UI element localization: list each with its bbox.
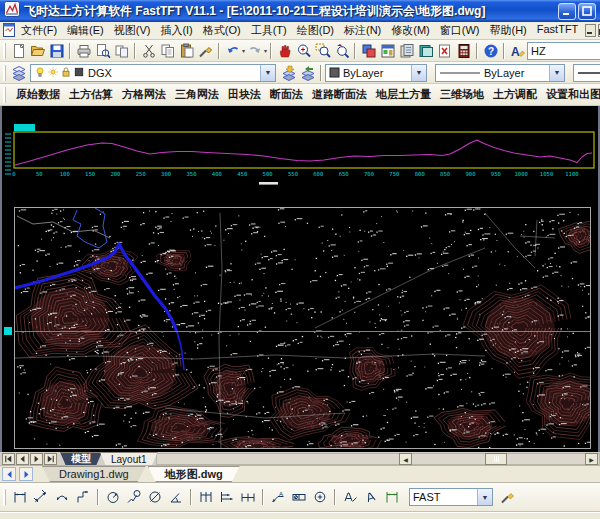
dimension-update-button[interactable] xyxy=(382,487,402,507)
menu-item-7[interactable]: 绘图(D) xyxy=(292,22,339,39)
angular-dimension-button[interactable] xyxy=(166,487,186,507)
plot-preview-button[interactable] xyxy=(93,41,112,60)
design-center-button[interactable] xyxy=(378,41,397,60)
horizontal-scrollbar-track[interactable] xyxy=(156,453,600,465)
doc-tab-dixingtu[interactable]: 地形图.dwg xyxy=(148,466,240,482)
sun-icon[interactable] xyxy=(47,66,59,80)
match-properties-button[interactable] xyxy=(196,41,215,60)
menu-item-2[interactable]: 编辑(E) xyxy=(62,22,109,39)
previous-tab-button[interactable] xyxy=(16,453,29,465)
menu-item-8[interactable]: 标注(N) xyxy=(339,22,386,39)
doc-tab-drawing1[interactable]: Drawing1.dwg xyxy=(42,466,146,482)
profile-section-view[interactable]: 0501001502002503003504004505005506006507… xyxy=(2,106,600,202)
topographic-map-canvas[interactable] xyxy=(15,208,590,448)
doc-tab-left-button[interactable] xyxy=(2,467,16,481)
aligned-dimension-button[interactable] xyxy=(31,487,51,507)
text-style-button[interactable]: A xyxy=(508,41,527,60)
bulb-icon[interactable] xyxy=(34,66,46,80)
baseline-dimension-button[interactable] xyxy=(217,487,237,507)
redo-caret-button[interactable]: ▾ xyxy=(264,41,267,60)
lock-icon[interactable] xyxy=(60,66,72,80)
fasttft-menu-1[interactable]: 原始数据 xyxy=(14,85,62,104)
properties-button[interactable] xyxy=(359,41,378,60)
open-button[interactable] xyxy=(28,41,47,60)
menu-item-4[interactable]: 插入(I) xyxy=(155,22,197,39)
layer-previous-button[interactable] xyxy=(298,63,317,82)
menu-item-10[interactable]: 窗口(W) xyxy=(435,22,485,39)
text-style-combo[interactable]: HZ▼ xyxy=(527,42,600,60)
fasttft-menu-8[interactable]: 地层土方量 xyxy=(374,85,433,104)
fasttft-menu-5[interactable]: 田块法 xyxy=(226,85,263,104)
cut-button[interactable] xyxy=(139,41,158,60)
fasttft-menu-3[interactable]: 方格网法 xyxy=(120,85,168,104)
copy-button[interactable] xyxy=(158,41,177,60)
color-combo[interactable]: ByLayer ▼ xyxy=(325,64,427,82)
tool-palettes-button[interactable] xyxy=(397,41,416,60)
quick-calc-button[interactable] xyxy=(454,41,473,60)
tab-layout1[interactable]: Layout1 xyxy=(100,452,158,466)
maximize-button[interactable] xyxy=(578,3,596,20)
menu-item-1[interactable]: 文件(F) xyxy=(16,22,62,39)
make-layer-current-button[interactable] xyxy=(279,63,298,82)
lineweight-combo[interactable] xyxy=(573,64,600,82)
tolerance-button[interactable] xyxy=(289,487,309,507)
publish-button[interactable] xyxy=(112,41,131,60)
chevron-down-icon[interactable]: ▼ xyxy=(260,65,275,81)
chevron-down-icon[interactable]: ▼ xyxy=(477,489,492,505)
zoom-window-button[interactable] xyxy=(313,41,332,60)
sheet-set-button[interactable] xyxy=(416,41,435,60)
next-tab-button[interactable] xyxy=(30,453,43,465)
layer-properties-manager-button[interactable] xyxy=(9,63,28,82)
menu-item-5[interactable]: 格式(O) xyxy=(198,22,246,39)
dimension-text-edit-button[interactable] xyxy=(361,487,381,507)
diameter-dimension-button[interactable] xyxy=(145,487,165,507)
redo-button[interactable] xyxy=(245,41,264,60)
fasttft-menu-2[interactable]: 土方估算 xyxy=(67,85,115,104)
doc-tab-right-button[interactable] xyxy=(19,467,33,481)
undo-button[interactable] xyxy=(223,41,242,60)
quick-leader-button[interactable]: A xyxy=(268,487,288,507)
menu-item-9[interactable]: 修改(M) xyxy=(386,22,435,39)
continue-dimension-button[interactable] xyxy=(238,487,258,507)
chevron-down-icon[interactable]: ▼ xyxy=(549,65,564,81)
menu-item-6[interactable]: 工具(T) xyxy=(246,22,292,39)
toolbar-grip[interactable] xyxy=(3,43,6,59)
scrollbar-thumb[interactable] xyxy=(485,453,507,465)
first-tab-button[interactable] xyxy=(2,453,15,465)
new-button[interactable] xyxy=(9,41,28,60)
menu-item-11[interactable]: 帮助(H) xyxy=(485,22,532,39)
last-tab-button[interactable] xyxy=(44,453,57,465)
jogged-dimension-button[interactable] xyxy=(124,487,144,507)
scroll-right-button[interactable]: ▶ xyxy=(585,453,598,465)
radius-dimension-button[interactable] xyxy=(103,487,123,507)
markup-button[interactable] xyxy=(435,41,454,60)
menu-item-3[interactable]: 视图(V) xyxy=(109,22,156,39)
layer-combo[interactable]: DGX ▼ xyxy=(30,64,276,82)
fasttft-menu-7[interactable]: 道路断面法 xyxy=(310,85,369,104)
dimension-style-button[interactable] xyxy=(498,487,518,507)
scroll-left-button[interactable]: ◀ xyxy=(399,453,412,465)
fasttft-menu-10[interactable]: 土方调配 xyxy=(491,85,539,104)
toolbar-grip[interactable] xyxy=(3,65,6,81)
fasttft-menu-4[interactable]: 三角网法 xyxy=(173,85,221,104)
quick-dimension-button[interactable] xyxy=(196,487,216,507)
color-swatch-icon[interactable] xyxy=(73,66,85,80)
plot-button[interactable] xyxy=(74,41,93,60)
zoom-previous-button[interactable] xyxy=(332,41,351,60)
tab-model[interactable]: 模型 xyxy=(60,452,102,466)
toolbar-grip[interactable] xyxy=(3,87,6,103)
pan-button[interactable] xyxy=(275,41,294,60)
document-icon[interactable] xyxy=(2,23,16,39)
zoom-realtime-button[interactable] xyxy=(294,41,313,60)
fasttft-menu-9[interactable]: 三维场地 xyxy=(438,85,486,104)
ordinate-dimension-button[interactable] xyxy=(73,487,93,507)
chevron-down-icon[interactable]: ▼ xyxy=(411,65,426,81)
help-button[interactable]: ? xyxy=(481,41,500,60)
center-mark-button[interactable] xyxy=(310,487,330,507)
child-minimize-button[interactable] xyxy=(585,24,596,37)
fasttft-menu-11[interactable]: 设置和出图 xyxy=(544,85,600,104)
toolbar-grip[interactable] xyxy=(3,489,6,505)
paste-button[interactable] xyxy=(177,41,196,60)
linear-dimension-button[interactable] xyxy=(10,487,30,507)
arc-length-button[interactable] xyxy=(52,487,72,507)
